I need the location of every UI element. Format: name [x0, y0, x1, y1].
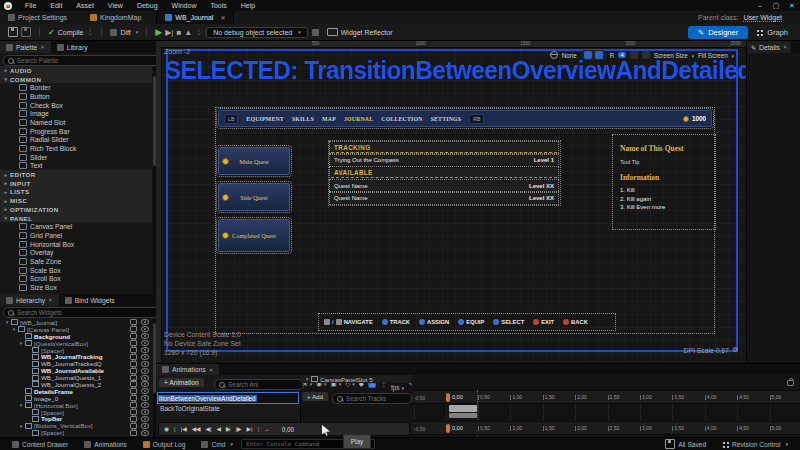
current-time-display[interactable]: 0,00: [282, 426, 294, 433]
palette-row[interactable]: ▸ INPUT: [0, 179, 152, 188]
palette-row[interactable]: Named Slot: [0, 118, 152, 127]
asset-tab[interactable]: Project Settings: [0, 11, 82, 24]
eye-icon[interactable]: [141, 381, 149, 387]
tab-bind-widgets[interactable]: Bind Widgets: [59, 294, 121, 306]
menu-item[interactable]: Edit: [43, 2, 69, 9]
animation-list-item[interactable]: BackToOriginalState: [160, 405, 220, 412]
palette-row[interactable]: Size Box: [0, 283, 152, 292]
quest-row[interactable]: Quest Name Level XX: [331, 193, 557, 203]
palette-row[interactable]: ▾ COMMON: [0, 75, 152, 84]
transport-button[interactable]: ]: [256, 426, 260, 432]
hierarchy-search-input[interactable]: Search Widgets: [3, 307, 161, 318]
game-menu-tab[interactable]: JOURNAL: [344, 116, 373, 122]
caret-icon[interactable]: ▾: [17, 402, 25, 408]
timeline-area[interactable]: -0,50 0,00 0,501,001,502,002,503,003,504…: [412, 375, 800, 438]
lock-icon[interactable]: [787, 380, 794, 386]
game-top-bar[interactable]: LB EQUIPMENTSKILLSMAPJOURNALCOLLECTIONSE…: [218, 110, 712, 127]
eye-icon[interactable]: [141, 340, 149, 346]
asset-tab[interactable]: KingdomMap: [82, 11, 156, 24]
close-button[interactable]: ✕: [784, 2, 800, 10]
hierarchy-row[interactable]: [Spacer]: [0, 429, 156, 436]
menu-item[interactable]: Debug: [130, 2, 165, 9]
content-drawer-button[interactable]: Content Drawer: [4, 441, 76, 448]
transport-button[interactable]: |◀: [180, 426, 188, 432]
debug-object-dropdown[interactable]: No debug object selected ▾: [206, 27, 308, 38]
palette-row[interactable]: Text: [0, 162, 152, 171]
tab-hierarchy[interactable]: Hierarchy ✕: [0, 294, 59, 306]
palette-row[interactable]: Horizontal Box: [0, 240, 152, 249]
palette-search-input[interactable]: Search Palette: [3, 55, 161, 66]
cursor-tool-icon[interactable]: [584, 51, 592, 59]
step-button[interactable]: ▶|: [165, 28, 173, 37]
find-in-blueprint-icon[interactable]: [312, 29, 319, 36]
menu-item[interactable]: Help: [234, 2, 262, 9]
add-animation-button[interactable]: + Animation: [159, 378, 204, 387]
palette-row[interactable]: ▸ LISTS: [0, 188, 152, 197]
menu-item[interactable]: File: [18, 2, 43, 9]
tab-palette[interactable]: Palette ✕: [0, 41, 51, 53]
compile-options-icon[interactable]: ⋮: [86, 28, 93, 36]
add-track-button[interactable]: + Add: [302, 392, 328, 401]
menu-item[interactable]: Window: [165, 2, 204, 9]
palette-row[interactable]: Button: [0, 92, 152, 101]
palette-row[interactable]: Overlay: [0, 248, 152, 257]
safe-zone-icon[interactable]: [630, 51, 638, 59]
palette-row[interactable]: Canvas Panel: [0, 222, 152, 231]
caret-icon[interactable]: ▾: [303, 376, 311, 382]
transport-button[interactable]: ◉: [163, 426, 170, 432]
transport-button[interactable]: ▶|: [245, 426, 253, 432]
eye-icon[interactable]: [141, 347, 149, 353]
caret-icon[interactable]: ▾: [17, 423, 25, 429]
palette-row[interactable]: Scale Box: [0, 266, 152, 275]
track-search-input[interactable]: Search Tracks: [332, 393, 412, 404]
playhead-marker[interactable]: [446, 424, 450, 433]
eye-icon[interactable]: [141, 361, 149, 367]
maximize-button[interactable]: ▢: [768, 2, 784, 10]
cmd-dropdown[interactable]: Cmd ▾: [193, 441, 240, 448]
caret-icon[interactable]: ▸: [2, 198, 10, 204]
caret-icon[interactable]: ▾: [3, 319, 11, 325]
caret-icon[interactable]: ▾: [10, 326, 18, 332]
close-icon[interactable]: ✕: [209, 367, 214, 373]
menu-item[interactable]: View: [101, 2, 130, 9]
play-options-icon[interactable]: ⋮: [195, 28, 202, 36]
revision-control-dropdown[interactable]: Revision Control ▾: [714, 441, 796, 448]
eye-icon[interactable]: [141, 416, 149, 422]
screen-size-dropdown[interactable]: Screen Size ▾: [654, 52, 694, 59]
track-row[interactable]: ▾ CanvasPanelSlot 5: [300, 375, 415, 383]
completed-quest-button[interactable]: Completed Quest: [218, 219, 290, 252]
palette-row[interactable]: Slider: [0, 153, 152, 162]
animation-section-bar[interactable]: [449, 413, 477, 418]
tab-animations[interactable]: Animations ✕: [156, 364, 219, 375]
resolution-toggle[interactable]: R: [610, 52, 615, 59]
fill-screen-dropdown[interactable]: Fill Screen ▾: [698, 52, 734, 59]
lock-icon[interactable]: [130, 430, 137, 436]
transport-button[interactable]: |▶: [234, 426, 242, 432]
gear-icon[interactable]: ⚙: [732, 346, 738, 354]
palette-row[interactable]: Radial Slider: [0, 136, 152, 145]
eye-icon[interactable]: [141, 402, 149, 408]
main-quest-button[interactable]: Main Quest: [218, 147, 290, 175]
eject-button[interactable]: ▲: [184, 28, 192, 37]
compile-button[interactable]: ✓ Compile ⋮: [44, 28, 97, 37]
caret-icon[interactable]: ▸: [2, 189, 10, 195]
save-icon[interactable]: [8, 27, 18, 37]
palette-row[interactable]: Rich Text Block: [0, 144, 152, 153]
palette-row[interactable]: ▸ AUDIO: [0, 66, 152, 75]
close-icon[interactable]: ✕: [40, 44, 45, 50]
timeline-ruler-top[interactable]: -0,50 0,00 0,501,001,502,002,503,003,504…: [412, 390, 800, 404]
transport-button[interactable]: ◀◀: [191, 426, 202, 432]
caret-icon[interactable]: ▾: [2, 215, 10, 221]
outline-toggle-icon[interactable]: [642, 51, 650, 59]
graph-mode-button[interactable]: Graph: [748, 26, 796, 39]
transport-button[interactable]: [: [173, 426, 177, 432]
track-lane[interactable]: [412, 404, 800, 421]
lock-tool-icon[interactable]: [595, 51, 603, 59]
palette-row[interactable]: Border: [0, 83, 152, 92]
tab-details[interactable]: ✎ Details ✕: [747, 41, 791, 53]
palette-row[interactable]: ▸ MISC: [0, 196, 152, 205]
eye-icon[interactable]: [141, 409, 149, 415]
eye-icon[interactable]: [141, 423, 149, 429]
asset-tab[interactable]: WB_Journal ✕: [156, 11, 234, 24]
game-menu-tab[interactable]: MAP: [322, 116, 336, 122]
